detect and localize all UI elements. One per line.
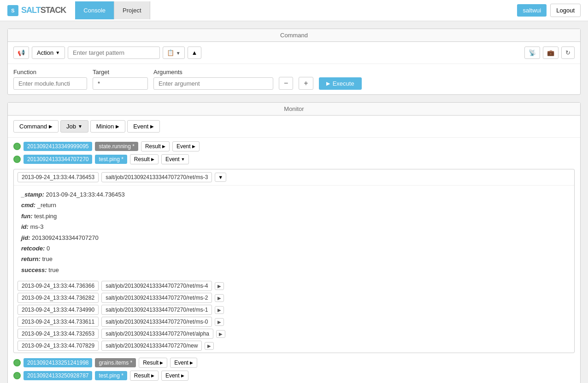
function-input[interactable]	[13, 77, 87, 90]
action-button[interactable]: Action ▼	[32, 46, 65, 59]
sub-expand-button[interactable]: ▶	[215, 294, 224, 302]
monitor-panel-title: Monitor	[8, 103, 580, 116]
job-row: 20130924133344707270 test.ping * Result …	[13, 154, 575, 164]
remove-argument-button[interactable]: −	[279, 77, 293, 90]
event-caret: ▼	[181, 157, 185, 162]
job-id[interactable]: 20130924133250928787	[24, 371, 92, 380]
job-detail: 2013-09-24_13:33:44.736453 salt/job/2013…	[13, 169, 575, 353]
detail-id: id: ms-3	[21, 221, 567, 232]
detail-sub-row: 2013-09-24_13:33:44.732653 salt/job/2013…	[18, 329, 570, 339]
job-fn: test.ping *	[95, 155, 127, 164]
sub-expand-button[interactable]: ▶	[215, 318, 224, 326]
format-button[interactable]: 📋 ▼	[163, 46, 185, 59]
status-dot	[13, 372, 21, 379]
sub-path: salt/job/20130924133344707270/ret/ms-2	[101, 293, 212, 303]
event-button[interactable]: Event ▼	[161, 154, 189, 164]
command-tab-caret: ▶	[49, 124, 53, 129]
job-id[interactable]: 20130924133344707270	[24, 155, 92, 164]
detail-sub-row: 2013-09-24_13:33:44.734990 salt/job/2013…	[18, 305, 570, 315]
detail-expand-button[interactable]: ▼	[215, 173, 226, 182]
tab-job[interactable]: Job▼	[60, 120, 88, 133]
sub-path: salt/job/20130924133344707270/ret/ms-1	[101, 305, 212, 315]
sub-timestamp: 2013-09-24_13:33:44.734990	[18, 305, 99, 315]
job-id[interactable]: 20130924133251241998	[24, 358, 92, 367]
action-label: Action	[37, 49, 53, 56]
result-caret: ▶	[162, 144, 165, 149]
monitor-panel: Monitor Command▶ Job▼ Minion▶ Event▶ 201…	[7, 102, 581, 383]
nav-tabs: Console Project	[75, 1, 150, 19]
event-button[interactable]: Event ▶	[161, 371, 188, 381]
add-argument-button[interactable]: +	[299, 77, 313, 90]
event-caret: ▶	[192, 144, 195, 149]
detail-sub-rows: 2013-09-24_13:33:44.736366 salt/job/2013…	[14, 279, 574, 353]
expand-button[interactable]: ▲	[188, 46, 202, 59]
logo: S SALTSTACK	[7, 5, 66, 16]
command-form: Function Target Arguments − + ▶ Execute	[8, 64, 580, 94]
job-rows: 20130924133349999095 state.running * Res…	[8, 138, 580, 383]
user-button[interactable]: saltwui	[517, 4, 547, 17]
command-panel: Command 📢 Action ▼ 📋 ▼ ▲ 📡 💼 ↻ Function …	[7, 29, 581, 95]
sub-timestamp: 2013-09-24_13:33:44.732653	[18, 329, 99, 339]
detail-sub-row: 2013-09-24_13:33:44.736366 salt/job/2013…	[18, 281, 570, 291]
event-caret: ▶	[190, 360, 193, 365]
nav-tab-project[interactable]: Project	[114, 1, 150, 19]
arguments-input[interactable]	[153, 77, 273, 90]
event-caret: ▶	[181, 373, 184, 378]
sub-timestamp: 2013-09-24_13:33:44.736282	[18, 293, 99, 303]
sub-expand-button[interactable]: ▶	[205, 342, 214, 350]
sub-path: salt/job/20130924133344707270/ret/ms-0	[101, 317, 212, 327]
command-panel-title: Command	[8, 29, 580, 42]
sub-expand-button[interactable]: ▶	[216, 330, 225, 338]
arguments-label: Arguments	[153, 69, 273, 75]
target-pattern-input[interactable]	[68, 46, 160, 59]
event-button[interactable]: Event ▶	[172, 141, 200, 151]
tab-minion[interactable]: Minion▶	[90, 120, 125, 133]
status-dot	[13, 156, 21, 163]
result-button[interactable]: Result ▶	[141, 141, 170, 151]
detail-jid: jid: 20130924133344707270	[21, 232, 567, 243]
detail-success: success: true	[21, 265, 567, 275]
result-button[interactable]: Result ▶	[139, 358, 167, 368]
logout-button[interactable]: Logout	[550, 4, 581, 17]
action-caret: ▼	[55, 50, 60, 55]
sub-path: salt/job/20130924133344707270/new	[101, 341, 202, 351]
header: S SALTSTACK Console Project saltwui Logo…	[0, 0, 588, 21]
target-label: Target	[93, 69, 148, 75]
job-row: 20130924133349999095 state.running * Res…	[13, 141, 575, 151]
tab-command[interactable]: Command▶	[13, 120, 59, 133]
detail-cmd: cmd: _return	[21, 200, 567, 210]
nav-tab-console[interactable]: Console	[75, 1, 114, 19]
detail-retcode: retcode: 0	[21, 243, 567, 254]
sub-timestamp: 2013-09-24_13:33:44.707829	[18, 341, 99, 351]
detail-sub-row: 2013-09-24_13:33:44.707829 salt/job/2013…	[18, 341, 570, 351]
result-button[interactable]: Result ▶	[130, 371, 159, 381]
sub-path: salt/job/20130924133344707270/ret/alpha	[101, 329, 213, 339]
command-toolbar: 📢 Action ▼ 📋 ▼ ▲ 📡 💼 ↻	[8, 42, 580, 64]
execute-label: Execute	[333, 80, 354, 87]
sub-expand-button[interactable]: ▶	[215, 282, 224, 290]
tab-event[interactable]: Event▶	[127, 120, 160, 133]
rss-icon-button[interactable]: 📡	[524, 46, 540, 59]
play-icon: ▶	[326, 81, 330, 87]
detail-fun: fun: test.ping	[21, 211, 567, 221]
sub-expand-button[interactable]: ▶	[215, 306, 224, 314]
briefcase-icon-button[interactable]: 💼	[543, 46, 559, 59]
detail-timestamp: 2013-09-24_13:33:44.736453	[18, 172, 99, 182]
result-caret: ▶	[151, 157, 154, 162]
result-caret: ▶	[160, 360, 163, 365]
result-button[interactable]: Result ▶	[130, 154, 159, 164]
job-fn: grains.items *	[95, 358, 136, 367]
function-group: Function	[13, 69, 87, 90]
bullhorn-icon-button[interactable]: 📢	[13, 46, 29, 59]
refresh-icon-button[interactable]: ↻	[561, 46, 575, 59]
event-button[interactable]: Event ▶	[170, 358, 197, 368]
job-fn: state.running *	[95, 142, 138, 151]
status-dot	[13, 359, 21, 366]
execute-button[interactable]: ▶ Execute	[319, 77, 362, 90]
job-id[interactable]: 20130924133349999095	[24, 142, 92, 151]
sub-path: salt/job/20130924133344707270/ret/ms-4	[101, 281, 212, 291]
target-input-field[interactable]	[93, 77, 148, 90]
detail-body: _stamp: 2013-09-24_13:33:44.736453 cmd: …	[14, 186, 574, 279]
logo-text: SALTSTACK	[21, 6, 66, 15]
header-right: saltwui Logout	[517, 4, 581, 17]
